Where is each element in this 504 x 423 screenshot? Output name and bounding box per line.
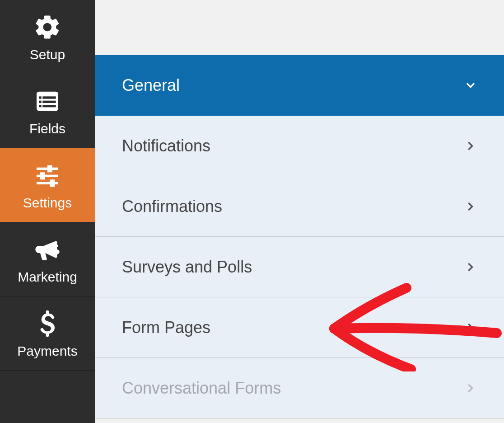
settings-row-label: Notifications — [122, 136, 210, 155]
svg-rect-11 — [37, 182, 58, 184]
svg-rect-1 — [39, 96, 41, 99]
svg-rect-9 — [37, 175, 58, 177]
sidebar-item-setup[interactable]: Setup — [0, 0, 95, 74]
svg-rect-2 — [42, 96, 56, 99]
sidebar-item-label: Payments — [17, 343, 77, 358]
gear-icon — [33, 13, 62, 42]
settings-row-form-pages[interactable]: Form Pages — [95, 297, 504, 358]
settings-row-label: Form Pages — [122, 318, 210, 337]
chevron-down-icon — [464, 79, 477, 92]
sidebar-item-settings[interactable]: Settings — [0, 148, 95, 222]
sidebar-nav: Setup Fields Settings — [0, 0, 95, 423]
sliders-icon — [33, 161, 62, 190]
sidebar-item-label: Settings — [23, 195, 72, 210]
svg-rect-12 — [50, 179, 55, 187]
settings-list: General Notifications Confirmations Surv… — [95, 55, 504, 418]
dollar-icon — [33, 309, 62, 338]
chevron-right-icon — [464, 140, 477, 152]
sidebar-item-label: Setup — [30, 47, 65, 62]
app-container: Setup Fields Settings — [0, 0, 504, 423]
chevron-right-icon — [464, 261, 477, 273]
top-spacer — [95, 0, 504, 55]
svg-rect-3 — [39, 101, 41, 103]
settings-row-label: General — [122, 76, 180, 95]
svg-rect-8 — [47, 165, 52, 172]
svg-rect-6 — [42, 105, 56, 107]
settings-row-label: Conversational Forms — [122, 379, 281, 398]
svg-rect-4 — [42, 101, 56, 103]
chevron-right-icon — [464, 321, 477, 334]
sidebar-item-fields[interactable]: Fields — [0, 74, 95, 148]
sidebar-item-payments[interactable]: Payments — [0, 296, 95, 371]
settings-row-label: Surveys and Polls — [122, 258, 252, 277]
list-icon — [33, 87, 62, 116]
sidebar-item-label: Marketing — [18, 269, 77, 284]
settings-row-general[interactable]: General — [95, 55, 504, 116]
sidebar-item-marketing[interactable]: Marketing — [0, 222, 95, 296]
sidebar-item-label: Fields — [29, 121, 65, 136]
settings-row-confirmations[interactable]: Confirmations — [95, 176, 504, 237]
chevron-right-icon — [464, 382, 477, 395]
settings-row-conversational-forms[interactable]: Conversational Forms — [95, 358, 504, 418]
settings-row-notifications[interactable]: Notifications — [95, 116, 504, 176]
main-panel: General Notifications Confirmations Surv… — [95, 0, 504, 423]
chevron-right-icon — [464, 200, 477, 213]
bullhorn-icon — [33, 235, 62, 264]
settings-row-surveys-polls[interactable]: Surveys and Polls — [95, 237, 504, 297]
svg-rect-5 — [39, 105, 41, 107]
settings-row-label: Confirmations — [122, 197, 222, 216]
svg-rect-10 — [40, 172, 45, 179]
